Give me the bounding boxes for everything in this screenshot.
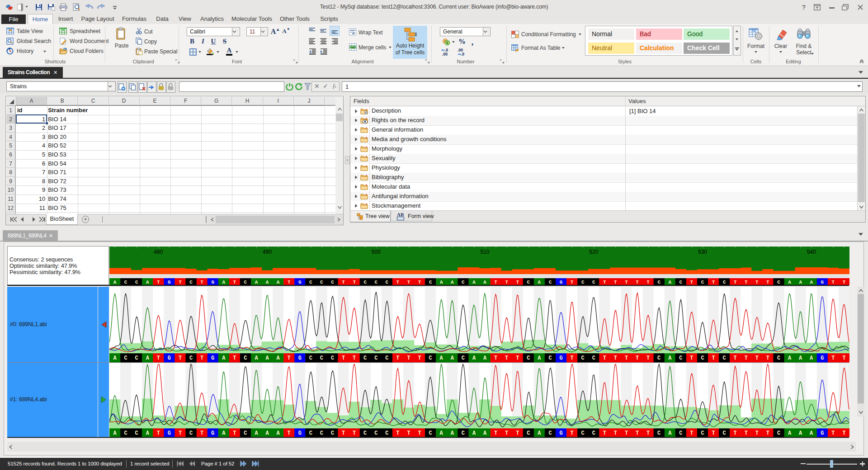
svg-text:C: C	[189, 355, 192, 361]
svg-text:T: T	[690, 430, 693, 437]
svg-text:T: T	[646, 430, 649, 437]
svg-text:C: C	[320, 430, 323, 437]
svg-text:A: A	[276, 355, 280, 361]
svg-text:C: C	[124, 430, 127, 437]
svg-text:T: T	[603, 279, 606, 285]
svg-text:C: C	[309, 430, 312, 437]
svg-text:C: C	[527, 355, 530, 361]
svg-text:T: T	[407, 430, 410, 437]
svg-text:G: G	[298, 430, 301, 437]
svg-text:+a+: +a+	[350, 46, 355, 49]
svg-text:A: A	[472, 355, 476, 361]
svg-text:C: C	[657, 279, 660, 285]
svg-text:T: T	[625, 279, 628, 285]
svg-text:A: A	[265, 355, 269, 361]
svg-text:C: C	[385, 430, 388, 437]
svg-text:T: T	[712, 430, 715, 437]
svg-text:T: T	[635, 355, 638, 361]
svg-text:A: A	[538, 279, 541, 285]
svg-text:T: T	[842, 355, 845, 361]
svg-text:490: 490	[263, 249, 272, 255]
svg-text:C: C	[135, 430, 138, 437]
svg-text:C: C	[330, 355, 334, 361]
svg-text:G: G	[211, 430, 214, 437]
svg-text:A: A	[538, 430, 541, 437]
svg-text:T: T	[646, 355, 649, 361]
svg-text:T: T	[603, 355, 606, 361]
svg-text:T: T	[407, 355, 410, 361]
svg-text:T: T	[396, 430, 399, 437]
svg-text:G: G	[298, 355, 301, 361]
svg-text:C: C	[679, 279, 682, 285]
svg-text:T: T	[570, 279, 573, 285]
svg-text:C: C	[722, 279, 726, 285]
svg-text:T: T	[744, 430, 747, 437]
svg-text:C: C	[527, 279, 530, 285]
svg-text:C: C	[777, 430, 780, 437]
svg-text:T: T	[516, 430, 519, 437]
svg-text:C: C	[679, 355, 682, 361]
svg-text:T: T	[287, 355, 290, 361]
svg-text:A: A	[222, 355, 226, 361]
svg-text:G: G	[211, 355, 214, 361]
svg-text:T: T	[613, 430, 617, 437]
svg-text:G: G	[211, 279, 214, 285]
svg-text:T: T	[570, 355, 573, 361]
svg-text:T: T	[831, 279, 835, 285]
svg-text:G: G	[559, 355, 562, 361]
svg-text:C: C	[244, 279, 247, 285]
svg-text:A: A	[472, 279, 476, 285]
svg-text:C: C	[135, 355, 138, 361]
svg-text:540: 540	[807, 249, 816, 255]
svg-text:T: T	[396, 355, 399, 361]
svg-text:T: T	[766, 430, 769, 437]
svg-text:C: C	[461, 355, 464, 361]
svg-text:T: T	[831, 430, 835, 437]
svg-text:C: C	[320, 355, 323, 361]
svg-text:C: C	[385, 279, 388, 285]
svg-text:T: T	[353, 430, 356, 437]
svg-text:T: T	[407, 279, 410, 285]
svg-text:C: C	[363, 430, 367, 437]
svg-text:C: C	[548, 279, 552, 285]
svg-text:A: A	[538, 355, 541, 361]
svg-text:T: T	[156, 430, 160, 437]
svg-text:T: T	[733, 355, 736, 361]
svg-text:A: A	[450, 355, 454, 361]
svg-text:A: A	[439, 355, 443, 361]
svg-text:A: A	[483, 430, 486, 437]
svg-text:T: T	[156, 279, 160, 285]
svg-text:C: C	[320, 279, 323, 285]
svg-text:T: T	[353, 355, 356, 361]
svg-text:T: T	[570, 430, 573, 437]
svg-text:T: T	[646, 279, 650, 285]
svg-text:C: C	[189, 430, 192, 437]
svg-text:C: C	[330, 430, 334, 437]
svg-text:T: T	[233, 355, 236, 361]
svg-text:A: A	[788, 430, 791, 437]
svg-text:A: A	[810, 355, 813, 361]
svg-text:T: T	[200, 430, 203, 437]
svg-text:T: T	[341, 430, 344, 437]
svg-text:T: T	[200, 279, 203, 285]
svg-text:A: A	[450, 279, 453, 285]
svg-text:G: G	[559, 279, 562, 285]
svg-text:A: A	[255, 279, 258, 285]
svg-text:T: T	[505, 355, 508, 361]
svg-text:C: C	[701, 430, 704, 437]
svg-text:G: G	[298, 279, 301, 285]
svg-text:C: C	[657, 355, 660, 361]
svg-text:T: T	[636, 279, 639, 285]
svg-text:T: T	[418, 355, 421, 361]
svg-text:T: T	[712, 355, 715, 361]
svg-text:A: A	[810, 279, 813, 285]
svg-text:T: T	[287, 430, 290, 437]
svg-text:C: C	[592, 355, 595, 361]
svg-text:C: C	[244, 430, 247, 437]
svg-text:C: C	[777, 279, 780, 285]
svg-text:A: A	[113, 430, 117, 437]
svg-text:C: C	[548, 430, 552, 437]
svg-text:A: A	[439, 430, 443, 437]
svg-text:C: C	[701, 279, 704, 285]
svg-text:T: T	[755, 279, 759, 285]
